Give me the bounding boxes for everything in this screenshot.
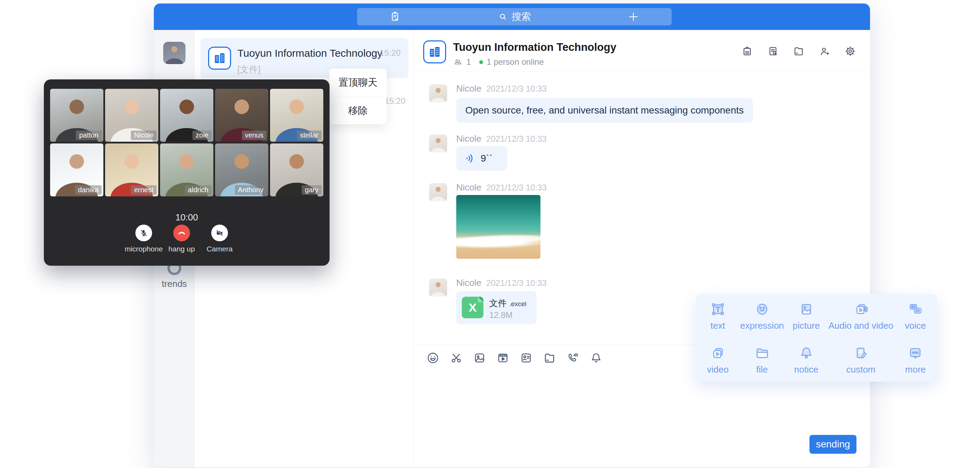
camera-label: Camera [207, 245, 233, 253]
panel-item-notice[interactable]: notice [784, 345, 828, 375]
panel-item-audio-and-video[interactable]: Audio and video [828, 301, 893, 331]
panel-item-file[interactable]: file [740, 345, 784, 375]
panel-item-label: custom [828, 364, 893, 375]
participant-tile[interactable]: gary [270, 144, 323, 196]
call-timer: 10:00 [44, 212, 329, 223]
file-icon [754, 345, 770, 361]
voice-bubble[interactable]: 9`` [456, 146, 508, 171]
panel-item-expression[interactable]: expression [740, 301, 784, 331]
sender-name: Nicole [456, 83, 481, 94]
hang-up-button[interactable]: hang up [173, 225, 190, 241]
conversation-time: 15:20 [380, 48, 401, 58]
contact-card-icon[interactable] [520, 351, 533, 364]
search-placeholder: 搜索 [512, 10, 531, 23]
panel-item-more[interactable]: more [893, 345, 937, 375]
panel-item-label: picture [784, 320, 828, 331]
members-icon [453, 57, 463, 67]
voice-icon [907, 301, 924, 318]
trends-label: trends [154, 279, 195, 289]
panel-item-picture[interactable]: picture [784, 301, 828, 331]
sender-avatar[interactable] [429, 183, 447, 201]
participant-tile[interactable]: aldrich [160, 144, 213, 196]
search-bar[interactable]: 搜索 [357, 8, 672, 26]
video-icon [710, 345, 726, 361]
file-size: 12.8M [489, 310, 512, 320]
conversation-preview: [文件] [237, 63, 260, 75]
bell-icon[interactable] [590, 351, 603, 364]
more-icon [907, 345, 924, 361]
voice-duration: 9`` [480, 153, 492, 164]
member-count: 1 [466, 57, 471, 67]
participant-tile[interactable]: danika [50, 144, 103, 196]
group-avatar [208, 47, 231, 70]
sender-name: Nicole [456, 182, 481, 193]
excel-file-icon: X [462, 297, 484, 318]
participant-tile[interactable]: Nicole [105, 89, 158, 142]
screen: 搜索 trends Tuoyun Information Technology … [0, 0, 980, 468]
send-button[interactable]: sending [810, 435, 856, 454]
menu-item-remove[interactable]: 移除 [329, 96, 387, 124]
search-icon [498, 11, 508, 22]
sender-avatar[interactable] [429, 84, 447, 102]
folder-icon[interactable] [793, 45, 805, 57]
participant-tile[interactable]: patton [50, 89, 103, 142]
person-add-icon[interactable] [819, 45, 830, 57]
chat-panel: Tuoyun Information Technology 1 1 person… [414, 30, 870, 467]
board-icon[interactable] [741, 45, 753, 57]
scissors-icon[interactable] [450, 351, 463, 364]
file-bubble[interactable]: X 文件 .excel 12.8M [456, 291, 537, 324]
panel-item-label: expression [740, 320, 784, 331]
sender-name: Nicole [456, 133, 481, 144]
panel-item-label: notice [784, 364, 828, 375]
plus-icon[interactable] [627, 10, 640, 23]
video-call-icon[interactable] [566, 351, 579, 364]
mic-off-icon [139, 228, 148, 238]
image-icon[interactable] [473, 351, 486, 364]
call-list-icon[interactable] [389, 11, 401, 22]
message-time: 2021/12/3 10:33 [486, 84, 547, 94]
participant-name: zoie [192, 131, 212, 140]
emoji-icon[interactable] [426, 351, 439, 364]
participant-tile[interactable]: venus [215, 89, 268, 142]
message-actions-panel: textexpressionpictureAudio and videovoic… [696, 294, 937, 382]
panel-item-custom[interactable]: custom [828, 345, 893, 375]
participant-tile[interactable]: zoie [160, 89, 213, 142]
panel-item-label: text [696, 320, 740, 331]
chat-header: Tuoyun Information Technology 1 1 person… [414, 30, 870, 72]
participant-name: danika [75, 185, 102, 195]
participant-tile[interactable]: Anthony [215, 144, 268, 196]
group-avatar [423, 40, 446, 63]
doc-search-icon[interactable] [767, 45, 779, 57]
sender-avatar[interactable] [429, 134, 447, 153]
sender-name: Nicole [456, 278, 481, 288]
gear-icon[interactable] [844, 45, 856, 57]
participant-name: patton [76, 131, 102, 140]
participant-tile[interactable]: stellar [270, 89, 323, 142]
participant-tile[interactable]: ernest [105, 144, 158, 196]
conversation-title: Tuoyun Information Technology [237, 47, 382, 59]
folder-icon[interactable] [543, 351, 556, 364]
participant-name: Anthony [235, 185, 267, 195]
audio-video-icon [853, 301, 869, 318]
participant-grid: pattonNicolezoievenusstellardanikaernest… [50, 89, 323, 196]
online-text: 1 person online [487, 57, 544, 67]
context-menu: 置顶聊天 移除 [329, 69, 387, 124]
search-input[interactable]: 搜索 [498, 10, 531, 23]
camera-button[interactable]: Camera [211, 225, 228, 241]
sender-avatar[interactable] [429, 279, 447, 297]
film-icon[interactable] [496, 351, 509, 364]
panel-item-text[interactable]: text [696, 301, 740, 331]
participant-name: aldrich [185, 185, 212, 195]
menu-item-pin-chat[interactable]: 置顶聊天 [329, 69, 387, 96]
panel-item-video[interactable]: video [696, 345, 740, 375]
microphone-button[interactable]: microphone [135, 225, 152, 241]
voice-wave-icon [465, 153, 476, 164]
participant-name: venus [242, 131, 267, 140]
image-attachment[interactable] [456, 195, 541, 259]
panel-item-voice[interactable]: voice [893, 301, 937, 331]
video-call-overlay: pattonNicolezoievenusstellardanikaernest… [44, 79, 329, 266]
text-icon [710, 301, 726, 318]
text-bubble[interactable]: Open source, free, and universal instant… [456, 98, 753, 123]
avatar[interactable] [163, 42, 186, 64]
header-actions [741, 30, 856, 72]
